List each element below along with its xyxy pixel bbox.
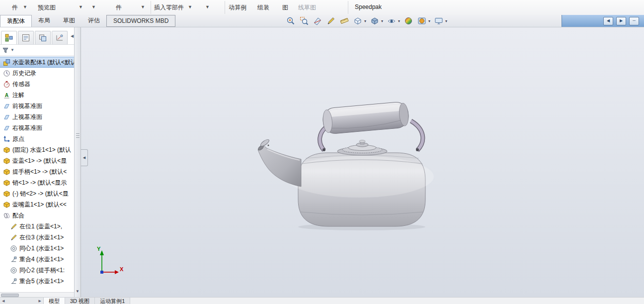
dropdown-caret-icon[interactable]: ▼ <box>23 4 27 9</box>
tree-item-label: 销<1> -> (默认<显示 <box>12 179 67 187</box>
tree-item[interactable]: 配合 <box>0 210 74 221</box>
tree-item[interactable]: 销<1> -> (默认<显示 <box>0 177 74 188</box>
tree-item-label: 壶嘴盖1<1> (默认<< <box>12 201 67 209</box>
tree-item[interactable]: 前视基准面 <box>0 101 74 111</box>
ribbon-item[interactable]: 图 <box>282 3 288 12</box>
dropdown-caret-icon[interactable]: ▼ <box>91 4 96 9</box>
dropdown-caret-icon[interactable]: ▾ <box>364 19 366 23</box>
panel-collapse-tab[interactable]: ◀ <box>81 149 88 166</box>
command-tab[interactable]: SOLIDWORKS MBD <box>106 15 175 27</box>
dropdown-caret-icon[interactable]: ▼ <box>141 4 145 9</box>
restore-right-button[interactable]: ▶ <box>616 17 626 25</box>
command-tab[interactable]: 草图 <box>57 15 81 27</box>
dropdown-caret-icon[interactable]: ▾ <box>381 19 383 23</box>
restore-left-button[interactable]: ◀ <box>603 17 613 25</box>
view-tab[interactable]: 运动算例1 <box>95 298 130 304</box>
zoom-to-area-icon[interactable] <box>299 16 309 26</box>
dynamic-annotation-icon[interactable] <box>326 16 336 26</box>
ribbon-item[interactable]: 预览图 <box>38 3 56 12</box>
tree-item[interactable]: (-) 销<2> -> (默认<显 <box>0 188 74 199</box>
tree-item[interactable]: 注解 <box>0 90 74 101</box>
ribbon-item[interactable]: Speedpak <box>355 3 382 10</box>
view-orientation-icon[interactable] <box>353 16 363 26</box>
tree-item[interactable]: 原点 <box>0 133 74 144</box>
measure-icon[interactable] <box>339 16 349 26</box>
section-view-icon[interactable] <box>313 16 322 26</box>
concentric-icon <box>10 267 17 274</box>
command-tab[interactable]: 评估 <box>81 15 106 27</box>
tree-item[interactable]: 在位1 (壶盖<1>, <box>0 221 74 232</box>
ribbon-item[interactable]: 组装 <box>257 3 269 12</box>
sensor-icon <box>3 81 10 88</box>
tree-item-label: (-) 销<2> -> (默认<显 <box>12 190 69 198</box>
tree-item[interactable]: 历史记录 <box>0 68 74 79</box>
tree-item[interactable]: 上视基准面 <box>0 111 74 122</box>
part-icon <box>3 190 10 198</box>
tab-scroll-right-icon[interactable]: ▶ <box>39 299 41 303</box>
assembly-icon <box>3 59 10 66</box>
graphics-viewport[interactable]: Y X ◀ <box>81 27 644 298</box>
configurationmanager-tab[interactable] <box>35 31 51 44</box>
panel-tabs-chevron-icon[interactable]: ◀ <box>71 34 74 41</box>
dropdown-caret-icon[interactable]: ▾ <box>445 19 447 23</box>
ribbon-item[interactable]: 件 <box>12 3 18 12</box>
dropdown-caret-icon[interactable]: ▼ <box>79 4 83 9</box>
zoom-to-fit-icon[interactable] <box>286 16 296 26</box>
view-tab[interactable]: 3D 视图 <box>65 298 95 304</box>
view-tab[interactable]: 模型 <box>44 298 65 304</box>
scrollbar-thumb[interactable] <box>1 294 19 297</box>
tree-item[interactable]: 重合4 (水壶1<1> <box>0 254 74 265</box>
dropdown-caret-icon[interactable]: ▾ <box>398 19 400 23</box>
tab-scroll-nav[interactable]: ◀ ▶ <box>0 298 44 304</box>
plane-icon <box>3 113 10 121</box>
plane-icon <box>3 124 10 132</box>
panel-splitter[interactable]: ▼ <box>75 27 81 298</box>
edit-appearance-icon[interactable] <box>403 16 413 26</box>
tree-item-label: 上视基准面 <box>12 113 42 121</box>
kettle-model[interactable] <box>81 27 644 298</box>
tree-item[interactable]: 提手柄<1> -> (默认< <box>0 166 74 177</box>
mates-icon <box>3 212 10 219</box>
tab-scroll-left-icon[interactable]: ◀ <box>2 299 4 303</box>
ribbon-item[interactable]: 件 <box>116 3 122 12</box>
display-style-icon[interactable] <box>370 16 380 26</box>
tree-item[interactable]: 水壶装配体1 (默认<默认 <box>0 57 74 68</box>
command-tab[interactable]: 装配体 <box>0 15 32 27</box>
minimize-button[interactable]: ─ <box>629 17 639 25</box>
tree-item[interactable]: 重合5 (水壶1<1> <box>0 276 74 287</box>
dropdown-caret-icon[interactable]: ▼ <box>188 4 192 9</box>
hide-show-items-icon[interactable] <box>387 16 397 26</box>
concentric-icon <box>10 245 17 252</box>
command-tab[interactable]: 布局 <box>32 15 57 27</box>
tree-item[interactable]: 壶嘴盖1<1> (默认<< <box>0 199 74 210</box>
tree-item[interactable]: 右视基准面 <box>0 122 74 133</box>
view-settings-icon[interactable] <box>434 16 444 26</box>
tree-item[interactable]: 在位3 (水壶1<1> <box>0 232 74 243</box>
ribbon-separator <box>348 1 348 14</box>
part-icon <box>3 157 10 165</box>
splitter-grip-icon[interactable] <box>76 132 80 139</box>
tree-item[interactable]: 同心1 (水壶1<1> <box>0 243 74 254</box>
ribbon-item[interactable]: 动算例 <box>229 3 246 12</box>
tree-item-label: 注解 <box>12 91 24 100</box>
ribbon-item[interactable]: 线草图 <box>298 3 316 12</box>
tree-item[interactable]: (固定) 水壶1<1> (默认 <box>0 144 74 155</box>
tree-item[interactable]: 壶盖<1> -> (默认<显 <box>0 155 74 166</box>
hud-toolbar: ▾▾▾▾▾ <box>286 16 447 26</box>
ribbon-item[interactable]: 插入零部件 <box>154 3 184 12</box>
ribbon-separator <box>151 1 151 14</box>
annotation-icon <box>3 92 10 99</box>
propertymanager-tab[interactable] <box>18 31 34 44</box>
featuremanager-tab[interactable] <box>1 31 17 44</box>
tree-item-label: 原点 <box>12 135 24 143</box>
dropdown-caret-icon[interactable]: ▾ <box>428 19 430 23</box>
tree-item[interactable]: 传感器 <box>0 79 74 90</box>
tree-filter-row[interactable]: ▼ <box>0 45 74 56</box>
filter-caret-icon[interactable]: ▼ <box>10 48 14 52</box>
scroll-down-arrow-icon[interactable]: ▼ <box>76 289 80 294</box>
dropdown-caret-icon[interactable]: ▼ <box>205 4 210 9</box>
apply-scene-icon[interactable] <box>417 16 427 26</box>
dimxpertmanager-tab[interactable] <box>52 31 68 44</box>
tree-item[interactable]: 同心2 (提手柄<1: <box>0 265 74 276</box>
history-icon <box>3 70 10 77</box>
